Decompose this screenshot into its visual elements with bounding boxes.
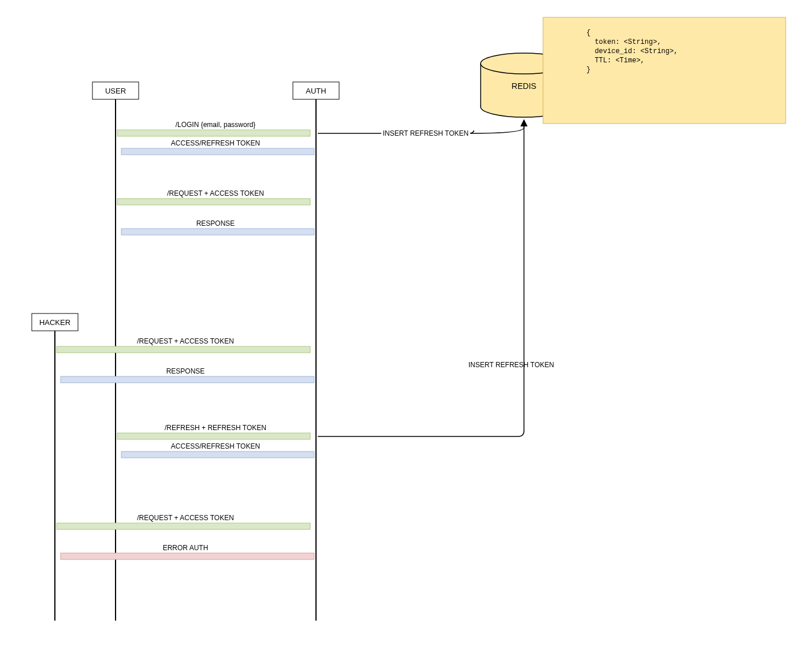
insert-refresh-2: INSERT REFRESH TOKEN — [318, 120, 554, 436]
svg-rect-5 — [543, 17, 786, 124]
svg-text:ACCESS/REFRESH TOKEN: ACCESS/REFRESH TOKEN — [171, 139, 260, 147]
hacker-label: HACKER — [39, 318, 70, 327]
svg-text:/REQUEST + ACCESS TOKEN: /REQUEST + ACCESS TOKEN — [167, 189, 264, 197]
msg-login: /LOGIN {email, password} — [117, 121, 314, 136]
msg-access-refresh-1: ACCESS/REFRESH TOKEN — [118, 139, 314, 155]
note-box: { token: <String>, device_id: <String>, … — [543, 17, 786, 124]
svg-rect-37 — [57, 523, 310, 529]
note-line1: { — [586, 29, 590, 37]
svg-rect-24 — [57, 346, 310, 353]
note-line4: TTL: <Time>, — [586, 57, 645, 65]
msg-request-1: /REQUEST + ACCESS TOKEN — [117, 189, 314, 205]
msg-response-1: RESPONSE — [118, 219, 314, 235]
svg-rect-21 — [121, 229, 314, 235]
msg-request-hacker: /REQUEST + ACCESS TOKEN — [57, 337, 314, 353]
note-line3: device_id: <String>, — [586, 47, 678, 55]
svg-text:ERROR AUTH: ERROR AUTH — [163, 544, 209, 552]
msg-error-auth: ERROR AUTH — [57, 544, 314, 559]
svg-text:/LOGIN {email, password}: /LOGIN {email, password} — [176, 121, 256, 129]
svg-text:/REQUEST + ACCESS TOKEN: /REQUEST + ACCESS TOKEN — [137, 514, 234, 522]
svg-rect-18 — [117, 199, 310, 205]
msg-access-refresh-2: ACCESS/REFRESH TOKEN — [118, 442, 314, 458]
note-line2: token: <String>, — [586, 38, 661, 46]
svg-rect-30 — [117, 433, 310, 439]
svg-rect-15 — [121, 148, 314, 155]
user-header: USER — [92, 82, 139, 99]
msg-refresh: /REFRESH + REFRESH TOKEN — [117, 424, 314, 439]
msg-response-hacker: RESPONSE — [57, 367, 314, 383]
svg-rect-27 — [61, 376, 314, 383]
redis-label: REDIS — [512, 81, 537, 91]
msg-request-hacker-2: /REQUEST + ACCESS TOKEN — [57, 514, 314, 529]
auth-header: AUTH — [293, 82, 339, 99]
sequence-diagram: REDIS { token: <String>, device_id: <Str… — [0, 0, 803, 672]
svg-text:INSERT REFRESH TOKEN: INSERT REFRESH TOKEN — [383, 129, 469, 137]
insert-refresh-1: INSERT REFRESH TOKEN — [318, 120, 524, 137]
svg-text:ACCESS/REFRESH TOKEN: ACCESS/REFRESH TOKEN — [171, 442, 260, 450]
svg-rect-34 — [121, 451, 314, 458]
svg-rect-10 — [117, 130, 310, 136]
hacker-header: HACKER — [32, 313, 78, 331]
svg-text:RESPONSE: RESPONSE — [196, 219, 235, 227]
note-line5: } — [586, 66, 590, 74]
svg-rect-40 — [61, 553, 314, 559]
svg-text:INSERT REFRESH TOKEN: INSERT REFRESH TOKEN — [469, 361, 554, 369]
auth-label: AUTH — [306, 87, 326, 95]
user-label: USER — [105, 87, 126, 95]
svg-text:RESPONSE: RESPONSE — [166, 367, 205, 375]
svg-text:/REQUEST + ACCESS TOKEN: /REQUEST + ACCESS TOKEN — [137, 337, 234, 345]
svg-text:/REFRESH + REFRESH TOKEN: /REFRESH + REFRESH TOKEN — [165, 424, 266, 432]
